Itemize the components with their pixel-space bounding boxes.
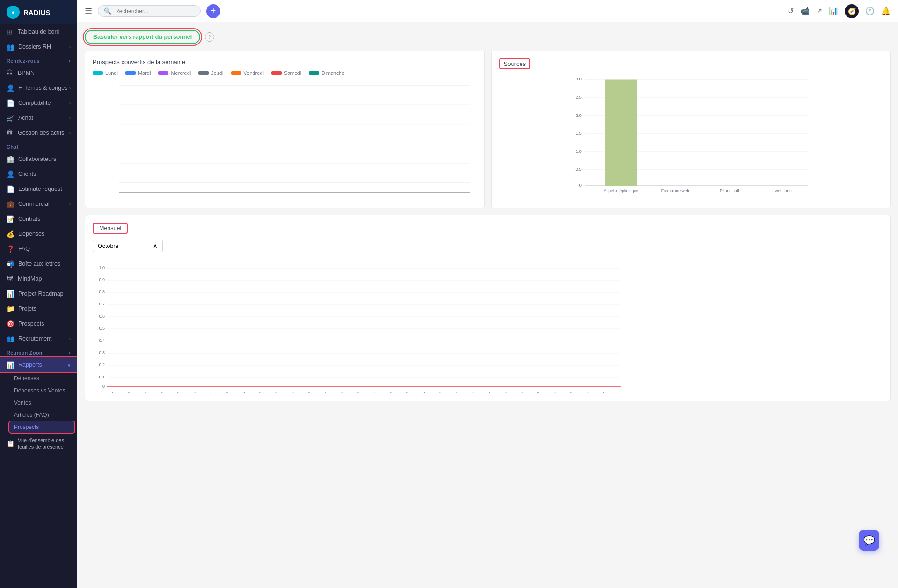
sidebar-label-recrutement: Recrutement <box>18 335 52 342</box>
share-icon[interactable]: ↗ <box>816 7 822 15</box>
sidebar-item-mindmap[interactable]: 🗺 MindMap <box>0 271 77 286</box>
svg-text:2023-10-26: 2023-10-26 <box>509 391 524 393</box>
svg-text:Formulaire web: Formulaire web <box>661 189 689 193</box>
prospects-chart-title: Prospects convertis de la semaine <box>93 58 477 65</box>
legend-label-jeudi: Jeudi <box>211 70 223 76</box>
sidebar-item-depenses[interactable]: 💰 Dépenses <box>0 226 77 241</box>
sources-svg-area: 3.0 2.5 2.0 1.5 1.0 0.5 0 <box>499 74 883 200</box>
chevron-right-icon7: › <box>69 336 71 341</box>
chart-icon[interactable]: 📊 <box>829 7 838 15</box>
legend-label-mercredi: Mercredi <box>171 70 191 76</box>
sidebar-item-boite[interactable]: 📬 Boîte aux lettres <box>0 256 77 271</box>
sidebar-item-bpmn[interactable]: 🏛 BPMN <box>0 65 77 80</box>
sidebar-item-contrats[interactable]: 📝 Contrats <box>0 211 77 226</box>
compass-icon[interactable]: 🧭 <box>845 4 859 18</box>
clock-icon[interactable]: 🕐 <box>865 7 875 15</box>
svg-text:2023-10-24: 2023-10-24 <box>476 391 492 393</box>
svg-text:0.8: 0.8 <box>99 290 105 294</box>
sidebar-sub-prospects-highlighted[interactable]: Prospects <box>9 421 74 433</box>
sidebar-item-clients[interactable]: 👤 Clients <box>0 167 77 181</box>
sidebar-item-dossiers-rh[interactable]: 👥 Dossiers RH › <box>0 39 77 54</box>
svg-text:0.5: 0.5 <box>99 326 105 331</box>
bell-icon[interactable]: 🔔 <box>881 7 891 15</box>
sidebar-item-achat[interactable]: 🛒 Achat › <box>0 110 77 125</box>
svg-text:0.4: 0.4 <box>99 338 105 343</box>
svg-text:2023-10-27: 2023-10-27 <box>525 391 541 393</box>
hamburger-icon[interactable]: ☰ <box>85 6 92 16</box>
sources-chart-card: Sources 3.0 2.5 2.0 1.5 1.0 0.5 0 <box>491 51 891 208</box>
svg-text:2023-10-09: 2023-10-09 <box>231 391 246 393</box>
rapports-icon: 📊 <box>7 361 14 369</box>
sidebar-item-estimate[interactable]: 📄 Estimate request <box>0 181 77 196</box>
sidebar-item-vue-ensemble[interactable]: 📋 Vue d'ensemble des feuilles de présenc… <box>0 433 77 454</box>
basculer-button[interactable]: Basculer vers rapport du personnel <box>85 30 200 44</box>
section-label-chat: Chat <box>0 140 77 152</box>
sidebar-label-boite: Boîte aux lettres <box>18 261 60 267</box>
topbar: ☰ 🔍 + ↺ 📹 ↗ 📊 🧭 🕐 🔔 <box>77 0 898 22</box>
mensuel-badge[interactable]: Mensuel <box>93 223 128 234</box>
grid-icon: ⊞ <box>7 28 14 36</box>
svg-text:2023-10-11: 2023-10-11 <box>263 391 279 393</box>
svg-text:0.7: 0.7 <box>99 302 105 306</box>
svg-text:0.3: 0.3 <box>99 350 105 355</box>
sidebar-sub-depenses[interactable]: Dépenses <box>0 372 77 385</box>
legend-color-mardi <box>125 71 136 75</box>
contrats-icon: 📝 <box>7 215 14 223</box>
svg-text:0.2: 0.2 <box>99 363 105 367</box>
sidebar-item-projets[interactable]: 📁 Projets <box>0 301 77 316</box>
svg-text:2023-10-05: 2023-10-05 <box>165 391 181 393</box>
sidebar-item-faq[interactable]: ❓ FAQ <box>0 241 77 256</box>
main-area: ☰ 🔍 + ↺ 📹 ↗ 📊 🧭 🕐 🔔 Basculer vers rappor… <box>77 0 898 588</box>
svg-text:2023-10-04: 2023-10-04 <box>149 391 164 393</box>
sidebar-sub-articles[interactable]: Articles (FAQ) <box>0 409 77 421</box>
sidebar-label-bpmn: BPMN <box>18 70 35 76</box>
add-button[interactable]: + <box>206 4 220 18</box>
help-icon[interactable]: ? <box>205 32 214 42</box>
svg-text:2.5: 2.5 <box>575 94 581 100</box>
svg-text:0: 0 <box>102 384 105 389</box>
svg-text:2023-10-25: 2023-10-25 <box>492 391 508 393</box>
users-icon: 👥 <box>7 43 14 51</box>
charts-row: Prospects convertis de la semaine Lundi … <box>85 51 891 208</box>
svg-text:2023-10-08: 2023-10-08 <box>214 391 230 393</box>
content-area: Basculer vers rapport du personnel ? Pro… <box>77 22 898 588</box>
svg-text:0.1: 0.1 <box>99 375 105 379</box>
sidebar-item-f-temps[interactable]: 👤 F. Temps & congés › <box>0 80 77 95</box>
sidebar-item-prospects[interactable]: 🎯 Prospects <box>0 316 77 331</box>
svg-text:2023-10-10: 2023-10-10 <box>247 391 262 393</box>
sidebar-sub-label-ventes: Ventes <box>14 399 31 406</box>
sidebar-item-collaborateurs[interactable]: 🏢 Collaborateurs <box>0 152 77 167</box>
search-input[interactable] <box>115 8 181 15</box>
legend: Lundi Mardi Mercredi Jeudi <box>93 70 477 76</box>
section-label-reunion: Réunion Zoom ‹ <box>0 346 77 357</box>
sidebar-sub-label-dvv: Dépenses vs Ventes <box>14 387 65 394</box>
video-icon[interactable]: 📹 <box>800 7 810 15</box>
sidebar-item-project-roadmap[interactable]: 📊 Project Roadmap <box>0 286 77 301</box>
sidebar-sub-depenses-vs-ventes[interactable]: Dépenses vs Ventes <box>0 385 77 397</box>
month-label: Octobre <box>98 243 118 249</box>
sidebar-item-recrutement[interactable]: 👥 Recrutement › <box>0 331 77 346</box>
legend-color-mercredi <box>158 71 168 75</box>
chat-bubble-button[interactable]: 💬 <box>859 530 879 551</box>
legend-color-lundi <box>93 71 103 75</box>
sidebar-item-commercial[interactable]: 💼 Commercial › <box>0 196 77 211</box>
sidebar-item-gestion-actifs[interactable]: 🏛 Gestion des actifs › <box>0 125 77 140</box>
sidebar-label-vue: Vue d'ensemble des feuilles de présence <box>18 437 71 450</box>
sidebar-item-comptabilite[interactable]: 📄 Comptabilité › <box>0 95 77 110</box>
bpmn-icon: 🏛 <box>7 69 14 77</box>
commercial-icon: 💼 <box>7 200 14 208</box>
legend-mardi: Mardi <box>125 70 151 76</box>
svg-text:2023-10-03: 2023-10-03 <box>132 391 148 393</box>
svg-text:2023-10-31: 2023-10-31 <box>591 391 606 393</box>
month-select[interactable]: Octobre ∧ <box>93 240 163 252</box>
svg-text:Appel téléphonique: Appel téléphonique <box>603 189 638 193</box>
sidebar-item-rapports[interactable]: 📊 Rapports ∨ <box>0 357 77 372</box>
projets-icon: 📁 <box>7 305 14 312</box>
sidebar-item-tableau-de-bord[interactable]: ⊞ Tableau de bord <box>0 24 77 39</box>
history-icon[interactable]: ↺ <box>788 7 794 15</box>
prospects-chart-card: Prospects convertis de la semaine Lundi … <box>85 51 485 208</box>
app-logo[interactable]: ● RADIUS <box>0 0 77 24</box>
svg-text:3.0: 3.0 <box>575 76 581 81</box>
sidebar-label-collab: Collaborateurs <box>18 156 56 162</box>
sidebar-sub-ventes[interactable]: Ventes <box>0 397 77 409</box>
